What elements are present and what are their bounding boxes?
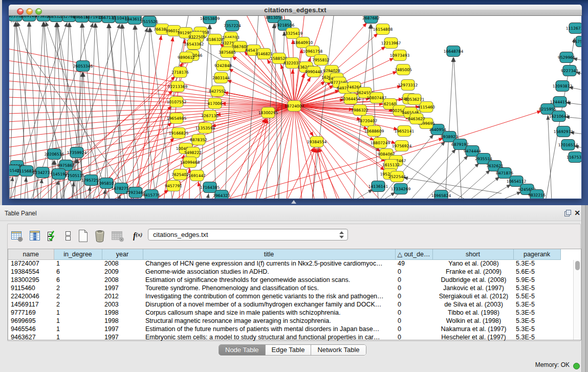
table-row[interactable]: 911546021997Tourette syndrome. Phenomeno… [8,284,573,292]
column-header-name[interactable]: name [8,249,54,259]
table-row[interactable]: 1938455462009Genome-wide association stu… [8,268,573,276]
graph-node-label: 5498222 [184,150,202,155]
graph-node-label: 1615132 [382,163,400,167]
panel-right-edge [581,205,588,372]
graph-node-label: 17164385 [200,185,220,190]
graph-node-label: 9832216 [528,193,546,198]
graph-node-label: 9975867 [57,163,75,168]
tab-edge-table[interactable]: Edge Table [266,345,312,355]
close-panel-icon[interactable]: ✕ [574,209,580,217]
graph-edge[interactable] [403,178,502,193]
table-toolbar: f(x) citations_edges.txt namein_degreeye… [7,224,581,341]
new-document-icon[interactable] [77,229,89,243]
table-row[interactable]: 2242004622012Investigating the contribut… [8,292,573,300]
graph-node-label: 7357224 [224,24,241,28]
graph-node-label: 10958107 [97,181,117,186]
graph-node-label: 17016514 [558,143,578,147]
network-canvas[interactable]: 1405571320691406973829410853257152760269… [9,16,581,199]
memory-indicator[interactable] [573,363,580,369]
graph-node-label: 1167533 [567,155,581,160]
table-row[interactable]: 1830029562008Estimation of significance … [8,276,573,284]
graph-edge[interactable] [319,147,338,199]
network-view-window: citations_edges.txt 14055713206914069738… [9,5,582,199]
column-header-in_degree[interactable]: in_degree [54,249,102,259]
column-header-out_de[interactable]: △ out_de… [395,249,432,259]
graph-node-label: 10107552 [167,100,187,104]
network-window-titlebar[interactable]: citations_edges.txt [9,5,582,16]
table-row[interactable]: 946554611997Estimation of the future num… [8,325,573,333]
graph-node-label: 12213967 [381,41,401,46]
graph-edge[interactable] [287,106,294,199]
table-row[interactable]: 1872400712008Changes of HCN gene express… [8,259,573,268]
table-tabs: Node TableEdge TableNetwork Table [219,344,366,356]
graph-node-label: 417006 [208,101,223,106]
graph-node-label: 14136141 [368,184,388,189]
select-rows-icon[interactable] [47,230,59,242]
graph-edge[interactable] [9,60,294,106]
table-scrollbar[interactable] [573,260,581,340]
graph-node-label: 16543362 [184,42,204,47]
column-header-year[interactable]: year [102,249,143,259]
node-table[interactable]: namein_degreeyeartitle△ out_de…shortpage… [8,249,573,341]
graph-node-label: 18720407 [358,119,378,123]
graph-edge[interactable] [241,118,266,199]
graph-node-label: 2718176 [171,70,189,75]
graph-edge[interactable] [371,24,378,199]
graph-node-label: 19384554 [307,140,327,144]
table-scrollbar-thumb[interactable] [575,261,580,270]
graph-node-label: 11126733 [566,26,581,31]
graph-edge[interactable] [9,106,294,138]
function-builder-icon[interactable]: f(x) [133,231,142,240]
graph-node-label: 10973493 [390,53,410,58]
delete-table-disabled-icon[interactable] [111,230,124,242]
graph-node-label: 19218506 [275,23,295,28]
graph-node-label: 7964323 [213,193,230,198]
graph-node-label: 15751074 [573,39,581,44]
graph-edge[interactable] [287,147,314,199]
table-panel: Table Panel ✕ f(x) citations_edges.txt n… [0,205,588,372]
table-row[interactable]: 977716911998Corpus callosum shape and si… [8,309,573,317]
table-row[interactable]: 1456911722003Disruption of a novel membe… [8,300,573,309]
tab-node-table[interactable]: Node Table [219,345,266,355]
graph-edge[interactable] [454,57,462,199]
cytoscape-app: {"app":{"background_color":"#3f5d9e","st… [0,0,588,372]
graph-node-label: 8878352 [190,138,207,142]
show-column-icon[interactable] [29,230,41,242]
graph-node-label: 19654985 [167,116,187,121]
attribute-table: namein_degreeyeartitle△ out_de…shortpage… [8,249,581,340]
combobox-arrows-icon [339,231,344,239]
table-row[interactable]: 946362711997Embryonic stem cells: a mode… [8,333,573,341]
float-panel-icon[interactable] [564,210,571,216]
tab-network-table[interactable]: Network Table [311,345,365,355]
graph-node-label: 15692971 [554,129,574,134]
graph-node-label: 18640910 [293,40,313,45]
graph-node-label: 7485005 [395,68,412,72]
graph-node-label: 10965824 [431,193,451,198]
graph-node-label: 18807249 [371,141,390,145]
table-chooser-combobox[interactable]: citations_edges.txt [148,229,348,240]
graph-node-label: 10536271 [405,97,425,102]
graph-edge[interactable] [468,177,500,199]
graph-node-label: 10961758 [303,49,323,54]
table-row[interactable]: 969969511998Structural magnetic resonanc… [8,317,573,325]
graph-node-label: 2687682 [362,16,380,20]
graph-node-label: 10688609 [364,129,384,134]
table-settings-icon[interactable] [11,230,23,242]
graph-node-label: 13325419 [283,31,303,36]
splitter-handle[interactable] [291,200,296,204]
graph-node-label: 7625402 [171,172,189,177]
graph-edge[interactable] [90,23,95,199]
column-header-short[interactable]: short [432,249,513,259]
column-header-title[interactable]: title [143,249,395,259]
delete-trash-icon[interactable] [94,229,105,243]
graph-node-label: 12973312 [398,83,418,87]
graph-edge[interactable] [294,106,353,199]
graph-node-label: 18724007 [285,104,304,108]
resize-grip-icon[interactable] [9,16,17,24]
graph-node-label: 12093873 [553,84,573,89]
graph-node-label: 10654112 [507,179,527,184]
merge-rows-icon[interactable] [64,230,72,242]
column-header-pagerank[interactable]: pagerank [513,249,560,259]
graph-edge[interactable] [445,57,453,199]
graph-node-label: 9990448 [305,70,322,74]
